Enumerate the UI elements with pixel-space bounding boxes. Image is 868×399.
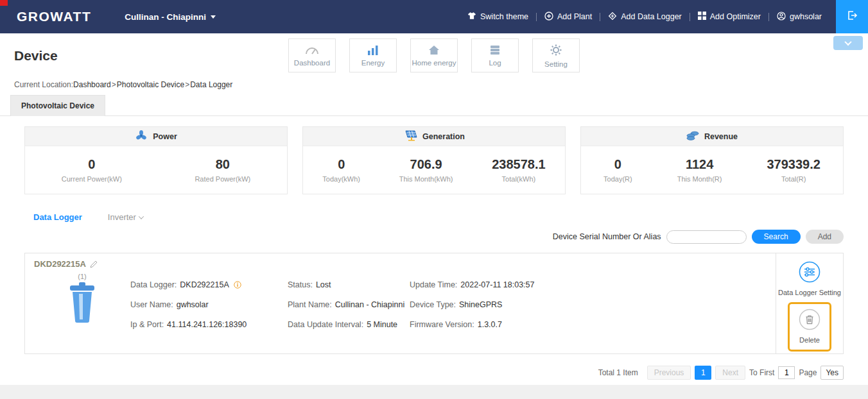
- generation-card-header: Generation: [303, 127, 565, 146]
- nav-setting-button[interactable]: Setting: [532, 38, 580, 72]
- breadcrumb-dashboard[interactable]: Dashboard: [73, 80, 111, 89]
- previous-page-button[interactable]: Previous: [647, 366, 691, 380]
- nav-energy-label: Energy: [361, 59, 385, 67]
- nav-energy-button[interactable]: Energy: [349, 38, 397, 72]
- device-index-label: (1): [78, 273, 86, 280]
- subtab-inverter[interactable]: Inverter: [108, 212, 143, 222]
- tab-photovoltaic-device[interactable]: Photovoltaic Device: [10, 95, 105, 116]
- breadcrumb-data-logger[interactable]: Data Logger: [190, 80, 232, 89]
- stat-revenue-today: 0 Today(R): [603, 157, 632, 183]
- field-label: Update Time:: [410, 280, 457, 289]
- field-label: User Name:: [130, 300, 173, 309]
- breadcrumb-separator: >: [112, 80, 116, 89]
- switch-theme-label: Switch theme: [480, 12, 528, 21]
- subtab-inverter-label: Inverter: [108, 212, 136, 222]
- stat-label: Rated Power(kW): [195, 175, 250, 183]
- breadcrumb-photovoltaic-device[interactable]: Photovoltaic Device: [117, 80, 184, 89]
- next-page-button[interactable]: Next: [715, 366, 745, 380]
- stat-value: 80: [195, 157, 250, 172]
- caret-down-icon: [211, 15, 216, 19]
- stat-label: Today(kWh): [322, 175, 360, 183]
- field-value: ShineGPRS: [459, 300, 502, 309]
- breadcrumb: Current Location: Dashboard > Photovolta…: [0, 78, 868, 91]
- data-logger-card: DKD292215A (1): [24, 253, 844, 354]
- breadcrumb-separator: >: [185, 80, 189, 89]
- device-subtabs: Data Logger Inverter: [24, 212, 844, 222]
- gear-icon: [550, 44, 562, 58]
- device-title-row: DKD292215A: [34, 259, 776, 269]
- device-icon-column: (1): [34, 269, 130, 329]
- footer-strip: [0, 385, 868, 399]
- stat-value: 0: [603, 157, 632, 172]
- nav-home-energy-label: Home energy: [412, 59, 456, 67]
- red-corner-marker: [0, 0, 8, 6]
- search-button[interactable]: Search: [752, 230, 801, 244]
- nav-dashboard-label: Dashboard: [294, 59, 330, 67]
- generation-card: Generation 0 Today(kWh) 706.9 This Month…: [302, 126, 566, 194]
- stat-value: 0: [62, 157, 122, 172]
- user-account-button[interactable]: gwhsolar: [769, 12, 829, 22]
- growatt-device-page: GROWATT Cullinan - Chiapinni Switch them…: [0, 0, 868, 399]
- power-card-title: Power: [153, 132, 177, 141]
- stat-value: 1124: [677, 157, 722, 172]
- plant-selector-label: Cullinan - Chiapinni: [125, 12, 206, 22]
- current-page-button[interactable]: 1: [695, 366, 711, 380]
- field-update-time: Update Time: 2022-07-11 18:03:57: [410, 280, 776, 289]
- stat-value: 238578.1: [492, 157, 545, 172]
- field-label: Plant Name:: [288, 300, 332, 309]
- add-button[interactable]: Add: [806, 230, 844, 244]
- stat-value: 0: [322, 157, 360, 172]
- field-value: 2022-07-11 18:03:57: [460, 280, 534, 289]
- stat-rated-power: 80 Rated Power(kW): [195, 157, 250, 183]
- nav-dashboard-button[interactable]: Dashboard: [288, 38, 336, 72]
- field-label: Data Logger:: [130, 280, 177, 289]
- stat-revenue-month: 1124 This Month(R): [677, 157, 722, 183]
- search-input[interactable]: [666, 230, 747, 244]
- circle-plus-icon: [544, 12, 553, 22]
- stat-value: 706.9: [399, 157, 453, 172]
- info-icon[interactable]: [234, 281, 241, 289]
- field-user-name: User Name: gwhsolar: [130, 300, 288, 309]
- power-card-header: Power: [25, 127, 287, 146]
- page-number-input[interactable]: [778, 366, 795, 379]
- theme-shirt-icon: [467, 12, 476, 22]
- stats-row: Power 0 Current Power(kW) 80 Rated Power…: [24, 126, 844, 194]
- delete-label: Delete: [799, 336, 820, 344]
- stat-label: Today(R): [603, 175, 632, 183]
- stat-generation-today: 0 Today(kWh): [322, 157, 360, 183]
- generation-card-title: Generation: [422, 132, 465, 141]
- add-optimizer-button[interactable]: Add Optimizer: [690, 12, 768, 22]
- fan-icon: [135, 130, 148, 143]
- nav-home-energy-button[interactable]: Home energy: [410, 38, 458, 72]
- field-value: 1.3.0.7: [478, 320, 502, 329]
- stat-generation-month: 706.9 This Month(kWh): [399, 157, 453, 183]
- collapse-panel-button[interactable]: [833, 36, 863, 50]
- chevron-down-icon: [844, 38, 851, 46]
- topbar: GROWATT Cullinan - Chiapinni Switch them…: [0, 0, 868, 33]
- add-data-logger-button[interactable]: Add Data Logger: [600, 12, 690, 22]
- edit-pencil-icon[interactable]: [90, 260, 98, 268]
- field-value: DKD292215A: [180, 280, 229, 289]
- field-firmware-version: Firmware Version: 1.3.0.7: [410, 320, 776, 329]
- pagination-total: Total 1 Item: [598, 368, 638, 377]
- main-content: Power 0 Current Power(kW) 80 Rated Power…: [0, 116, 868, 380]
- data-logger-setting-button[interactable]: Data Logger Setting: [778, 261, 841, 296]
- user-icon: [777, 12, 786, 22]
- device-name: DKD292215A: [34, 259, 86, 269]
- go-to-page-button[interactable]: Yes: [820, 366, 844, 380]
- switch-theme-button[interactable]: Switch theme: [460, 12, 536, 22]
- nav-log-button[interactable]: Log: [471, 38, 519, 72]
- coins-icon: [686, 130, 699, 143]
- solar-panel-icon: [403, 130, 417, 143]
- logout-button[interactable]: [836, 0, 868, 33]
- username-label: gwhsolar: [790, 12, 822, 21]
- subtab-data-logger[interactable]: Data Logger: [33, 212, 82, 222]
- field-ip-port: Ip & Port: 41.114.241.126:18390: [130, 320, 288, 329]
- delete-button-highlighted[interactable]: Delete: [788, 302, 831, 352]
- plant-selector-dropdown[interactable]: Cullinan - Chiapinni: [125, 12, 216, 22]
- grid-icon: [698, 12, 706, 22]
- stat-current-power: 0 Current Power(kW): [62, 157, 122, 183]
- growatt-logo[interactable]: GROWATT: [17, 9, 91, 24]
- add-optimizer-label: Add Optimizer: [710, 12, 761, 21]
- add-plant-button[interactable]: Add Plant: [537, 12, 600, 22]
